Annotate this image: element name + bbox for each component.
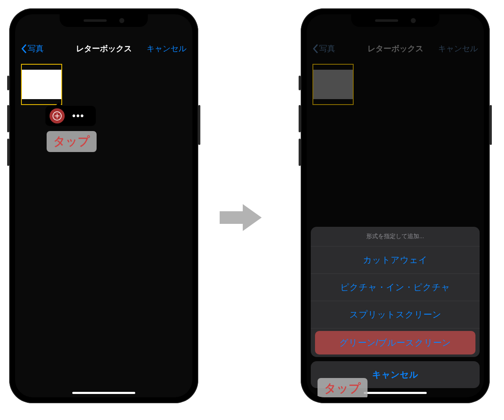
camera	[119, 18, 124, 23]
flow-arrow	[218, 201, 264, 234]
action-sheet: 形式を指定して追加... カットアウェイ ピクチャ・イン・ピクチャ スプリットス…	[311, 227, 480, 388]
side-button-power	[490, 105, 492, 145]
side-button-power	[198, 105, 200, 145]
sheet-option-greenscreen[interactable]: グリーン/ブルースクリーン	[315, 331, 475, 354]
phone-mockup-right: 写真 レターボックス キャンセル 形式を指定して追加... カットアウェイ ピク…	[301, 8, 490, 403]
phone-screen-left: 写真 レターボックス キャンセル ••• タップ	[15, 14, 192, 397]
tap-annotation: タップ	[47, 131, 97, 152]
navigation-bar: 写真 レターボックス キャンセル	[15, 39, 192, 58]
speaker	[84, 19, 107, 22]
phone-screen-right: 写真 レターボックス キャンセル 形式を指定して追加... カットアウェイ ピク…	[307, 14, 484, 397]
page-title: レターボックス	[368, 43, 423, 54]
back-label: 写真	[28, 43, 44, 54]
arrow-right-icon	[218, 201, 264, 234]
sheet-option-split[interactable]: スプリットスクリーン	[311, 301, 480, 328]
cancel-button[interactable]: キャンセル	[147, 43, 186, 54]
plus-icon	[52, 111, 62, 121]
home-indicator[interactable]	[364, 392, 427, 394]
more-button[interactable]: •••	[72, 110, 84, 121]
side-button-vol-down	[7, 139, 9, 166]
home-indicator[interactable]	[72, 392, 135, 394]
phone-mockup-left: 写真 レターボックス キャンセル ••• タップ	[9, 8, 198, 403]
thumbnail-content	[22, 70, 61, 99]
back-button[interactable]: 写真	[312, 43, 335, 54]
thumbnail-content	[313, 70, 353, 99]
thumbnail-popover: •••	[45, 106, 96, 126]
sheet-header: 形式を指定して追加...	[311, 227, 480, 247]
add-button[interactable]	[50, 108, 65, 123]
side-button-mute	[7, 76, 9, 90]
camera	[411, 18, 416, 23]
chevron-left-icon	[21, 44, 27, 53]
media-thumbnail[interactable]	[21, 64, 62, 105]
back-button[interactable]: 写真	[21, 43, 44, 54]
cancel-button[interactable]: キャンセル	[438, 43, 478, 54]
side-button-vol-up	[299, 105, 301, 132]
notch	[351, 14, 439, 27]
navigation-bar: 写真 レターボックス キャンセル	[307, 39, 484, 58]
sheet-option-cutaway[interactable]: カットアウェイ	[311, 247, 480, 274]
media-thumbnail[interactable]	[312, 64, 354, 105]
side-button-vol-down	[299, 139, 301, 166]
sheet-option-pip[interactable]: ピクチャ・イン・ピクチャ	[311, 274, 480, 301]
sheet-options-group: 形式を指定して追加... カットアウェイ ピクチャ・イン・ピクチャ スプリットス…	[311, 227, 480, 357]
side-button-mute	[299, 76, 301, 90]
tap-annotation: タップ	[318, 378, 368, 397]
notch	[60, 14, 148, 27]
page-title: レターボックス	[76, 43, 132, 54]
side-button-vol-up	[7, 105, 9, 132]
back-label: 写真	[319, 43, 335, 54]
chevron-left-icon	[312, 44, 318, 53]
speaker	[375, 19, 398, 22]
